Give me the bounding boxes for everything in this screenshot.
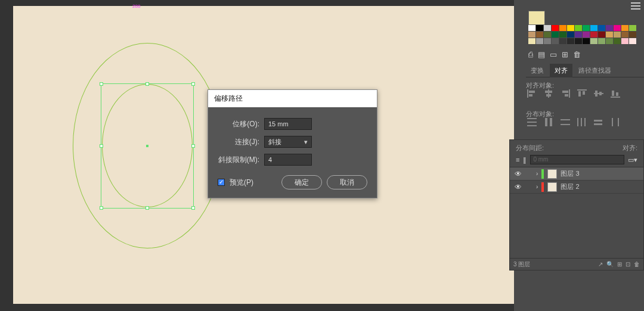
handle-mid-right[interactable] xyxy=(191,144,195,148)
handle-bot-left[interactable] xyxy=(100,206,103,210)
offset-input[interactable]: 15 mm xyxy=(264,118,312,130)
layer-name[interactable]: 图层 2 xyxy=(561,182,579,191)
tab-align[interactable]: 对齐 xyxy=(550,64,572,77)
swatch[interactable] xyxy=(552,38,559,44)
handle-bot-mid[interactable] xyxy=(145,206,149,210)
library-icon[interactable]: ▤ xyxy=(538,50,545,59)
swatch[interactable] xyxy=(552,25,559,31)
swatch[interactable] xyxy=(552,32,559,38)
handle-top-right[interactable] xyxy=(191,82,195,86)
dist-h-icon[interactable]: ‖ xyxy=(523,156,527,164)
dist-hcenter-icon[interactable] xyxy=(593,117,605,127)
align-top-icon[interactable] xyxy=(576,88,588,99)
layer-row[interactable]: 👁›图层 3 xyxy=(510,167,643,181)
swatch[interactable] xyxy=(606,32,613,38)
cancel-button[interactable]: 取消 xyxy=(327,175,367,189)
alignto-dropdown-icon[interactable]: ▭▾ xyxy=(628,156,637,164)
swatch[interactable] xyxy=(567,32,574,38)
swatch[interactable] xyxy=(598,38,605,44)
swatch[interactable] xyxy=(621,25,628,31)
dist-bottom-icon[interactable] xyxy=(559,117,571,127)
swatch[interactable] xyxy=(536,38,543,44)
new-swatch-icon[interactable]: ⊞ xyxy=(562,50,568,59)
tool-icon[interactable]: ⎙ xyxy=(528,50,533,59)
layer-name[interactable]: 图层 3 xyxy=(561,169,579,178)
swatch[interactable] xyxy=(598,32,605,38)
selection-bounding-box[interactable] xyxy=(101,83,194,209)
handle-mid-left[interactable] xyxy=(100,144,103,148)
swatch[interactable] xyxy=(606,38,613,44)
new-layer-icon[interactable]: ⊡ xyxy=(626,261,630,268)
dist-left-icon[interactable] xyxy=(576,117,588,127)
swatch[interactable] xyxy=(583,32,590,38)
dist-v-icon[interactable]: ≡ xyxy=(516,156,519,163)
swatch[interactable] xyxy=(583,38,590,44)
ok-button[interactable]: 确定 xyxy=(281,175,322,189)
expand-icon[interactable]: › xyxy=(536,184,538,190)
swatch[interactable] xyxy=(567,25,574,31)
join-select[interactable]: 斜接 xyxy=(264,136,312,148)
swatch[interactable] xyxy=(544,25,551,31)
swatch[interactable] xyxy=(590,38,597,44)
release-icon[interactable]: ↗ xyxy=(598,261,603,268)
miter-input[interactable]: 4 xyxy=(264,154,312,166)
swatch[interactable] xyxy=(559,25,566,31)
delete-layer-icon[interactable]: 🗑 xyxy=(634,261,640,268)
swatch[interactable] xyxy=(528,25,535,31)
swatch[interactable] xyxy=(528,38,535,44)
dist-right-icon[interactable] xyxy=(609,117,621,127)
svg-rect-14 xyxy=(599,92,602,95)
swatch[interactable] xyxy=(629,38,636,44)
options-icon[interactable]: ▭ xyxy=(550,50,557,59)
expand-icon[interactable]: › xyxy=(536,170,538,177)
swatch[interactable] xyxy=(590,32,597,38)
tab-transform[interactable]: 变换 xyxy=(526,64,549,77)
swatch[interactable] xyxy=(606,25,613,31)
swatch[interactable] xyxy=(629,25,636,31)
dist-top-icon[interactable] xyxy=(526,117,538,127)
swatch[interactable] xyxy=(544,32,551,38)
swatch[interactable] xyxy=(621,32,628,38)
swatch[interactable] xyxy=(567,38,574,44)
swatch[interactable] xyxy=(536,25,543,31)
tab-pathfinder[interactable]: 路径查找器 xyxy=(574,64,616,77)
swatch[interactable] xyxy=(614,25,621,31)
locate-icon[interactable]: 🔍 xyxy=(606,261,614,268)
spacing-input2[interactable]: 0 mm xyxy=(530,155,624,164)
swatch[interactable] xyxy=(614,38,621,44)
align-right-icon[interactable] xyxy=(559,88,571,99)
swatch[interactable] xyxy=(621,38,628,44)
preview-checkbox[interactable]: ✓ xyxy=(218,179,225,186)
new-sublayer-icon[interactable]: ⊞ xyxy=(617,261,622,268)
delete-swatch-icon[interactable]: 🗑 xyxy=(573,50,581,59)
dialog-title[interactable]: 偏移路径 xyxy=(208,90,377,107)
swatch[interactable] xyxy=(590,25,597,31)
svg-rect-7 xyxy=(562,91,568,93)
swatch[interactable] xyxy=(559,38,566,44)
swatch[interactable] xyxy=(598,25,605,31)
panel-menu-icon[interactable] xyxy=(631,2,640,10)
layer-row[interactable]: 👁›图层 2 xyxy=(510,181,643,194)
align-left-icon[interactable] xyxy=(526,88,538,99)
swatch[interactable] xyxy=(575,38,582,44)
align-bottom-icon[interactable] xyxy=(609,88,621,99)
dist-vcenter-icon[interactable] xyxy=(543,117,555,127)
swatch[interactable] xyxy=(575,25,582,31)
handle-top-mid[interactable] xyxy=(145,82,149,86)
visibility-icon[interactable]: 👁 xyxy=(515,170,523,178)
handle-center[interactable] xyxy=(146,145,148,147)
handle-top-left[interactable] xyxy=(100,82,103,86)
swatch[interactable] xyxy=(528,32,535,38)
handle-bot-right[interactable] xyxy=(191,206,195,210)
swatch[interactable] xyxy=(629,32,636,38)
swatch[interactable] xyxy=(614,32,621,38)
swatch[interactable] xyxy=(559,32,566,38)
align-hcenter-icon[interactable] xyxy=(543,88,555,99)
swatch[interactable] xyxy=(583,25,590,31)
swatch[interactable] xyxy=(544,38,551,44)
fill-swatch[interactable] xyxy=(528,11,545,25)
visibility-icon[interactable]: 👁 xyxy=(515,183,523,191)
swatch[interactable] xyxy=(575,32,582,38)
align-vcenter-icon[interactable] xyxy=(593,88,605,99)
swatch[interactable] xyxy=(536,32,543,38)
